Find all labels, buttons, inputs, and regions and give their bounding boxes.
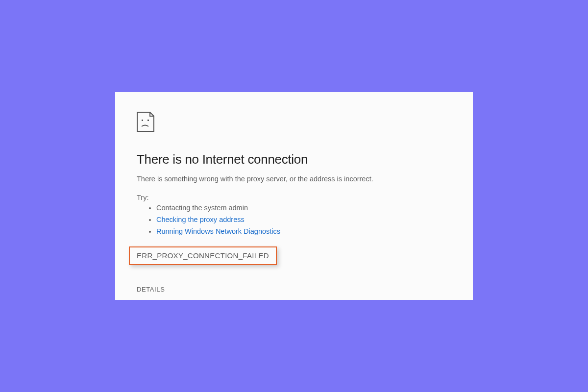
- try-label: Try:: [137, 194, 451, 201]
- suggestion-text: Contacting the system admin: [156, 204, 248, 212]
- suggestion-item: Running Windows Network Diagnostics: [156, 226, 451, 238]
- suggestion-item: Contacting the system admin: [156, 202, 451, 214]
- error-subtitle: There is something wrong with the proxy …: [137, 175, 451, 183]
- error-panel: There is no Internet connection There is…: [115, 92, 473, 300]
- details-button[interactable]: DETAILS: [137, 286, 165, 293]
- svg-rect-0: [142, 120, 143, 121]
- error-code-highlight: ERR_PROXY_CONNECTION_FAILED: [129, 246, 277, 265]
- suggestion-item: Checking the proxy address: [156, 214, 451, 226]
- error-title: There is no Internet connection: [137, 152, 451, 167]
- proxy-address-link[interactable]: Checking the proxy address: [156, 216, 245, 223]
- sad-page-icon: [137, 112, 451, 134]
- network-diagnostics-link[interactable]: Running Windows Network Diagnostics: [156, 227, 280, 235]
- svg-rect-1: [147, 120, 149, 121]
- error-code-text: ERR_PROXY_CONNECTION_FAILED: [137, 251, 269, 260]
- suggestions-list: Contacting the system admin Checking the…: [137, 202, 451, 238]
